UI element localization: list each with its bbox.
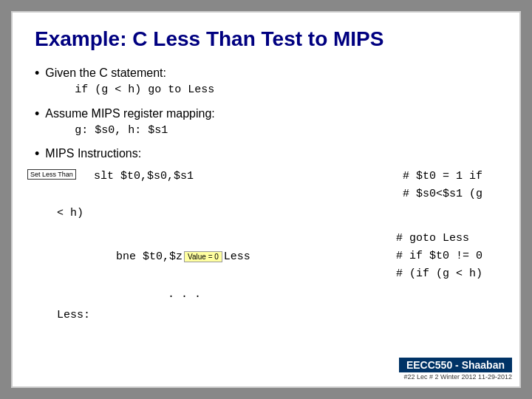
slt-instruction: slt $t0,$s0,$s1: [94, 168, 403, 185]
bullet-dot-1: •: [35, 64, 39, 83]
dots-line: . . .: [168, 286, 497, 304]
less-label: Less:: [57, 307, 497, 324]
bullet-3: • MIPS Instructions:: [35, 145, 497, 163]
bullet-2: • Assume MIPS register mapping: g: $s0, …: [35, 105, 497, 141]
slt-comment-1: # $t0 = 1 if: [403, 168, 482, 185]
footer: EECC550 - Shaaban #22 Lec # 2 Winter 201…: [399, 358, 512, 381]
bne-comments: # goto Less # if $t0 != 0 # (if (g < h): [396, 230, 482, 283]
bullet-1-content: Given the C statement: if (g < h) go to …: [45, 64, 214, 100]
bne-comment-2: # if $t0 != 0: [396, 248, 482, 265]
slt-row: slt $t0,$s0,$s1 # $t0 = 1 if # $s0<$s1 (…: [35, 168, 497, 203]
bullet-dot-2: •: [35, 105, 39, 123]
slt-left: slt $t0,$s0,$s1: [35, 168, 403, 185]
g-less-h-text: < h): [57, 205, 497, 222]
bullet-1: • Given the C statement: if (g < h) go t…: [35, 64, 497, 100]
footer-sub-text: #22 Lec # 2 Winter 2012 11-29-2012: [403, 373, 512, 381]
slide-title: Example: C Less Than Test to MIPS: [35, 27, 497, 51]
bullet-2-text: Assume MIPS register mapping:: [45, 107, 214, 120]
bullet-2-code: g: $s0, h: $s1: [75, 123, 214, 140]
bullet-2-content: Assume MIPS register mapping: g: $s0, h:…: [45, 105, 214, 141]
bne-instr-left: bne $t0,$z: [116, 250, 183, 263]
g-less-h-left: < h): [35, 205, 497, 225]
bne-comment-3: # (if (g < h): [396, 265, 482, 283]
bullet-dot-3: •: [35, 145, 39, 163]
slt-comment-2: # $s0<$s1 (g: [403, 185, 482, 203]
bne-comment-1: # goto Less: [396, 230, 482, 248]
footer-main-text: EECC550 - Shaaban: [399, 358, 512, 372]
bullet-1-code: if (g < h) go to Less: [75, 82, 214, 99]
bne-instr-right: Less: [224, 250, 250, 263]
instructions-section: Set Less Than slt $t0,$s0,$s1 # $t0 = 1 …: [35, 168, 497, 324]
main-content: • Given the C statement: if (g < h) go t…: [35, 64, 497, 324]
bullet-1-text: Given the C statement:: [45, 66, 166, 79]
slide: Example: C Less Than Test to MIPS • Give…: [11, 11, 521, 388]
bne-row: bne $t0,$z Value = 0 Less # goto Less # …: [35, 230, 497, 283]
slt-block: Set Less Than slt $t0,$s0,$s1 # $t0 = 1 …: [35, 168, 497, 203]
bne-left-section: bne $t0,$z Value = 0 Less: [35, 250, 396, 263]
slt-comments: # $t0 = 1 if # $s0<$s1 (g: [403, 168, 482, 203]
g-less-h-row: < h): [35, 205, 497, 225]
set-less-than-label: Set Less Than: [27, 169, 76, 180]
value-tooltip: Value = 0: [184, 251, 222, 262]
bullet-3-text: MIPS Instructions:: [45, 145, 141, 163]
